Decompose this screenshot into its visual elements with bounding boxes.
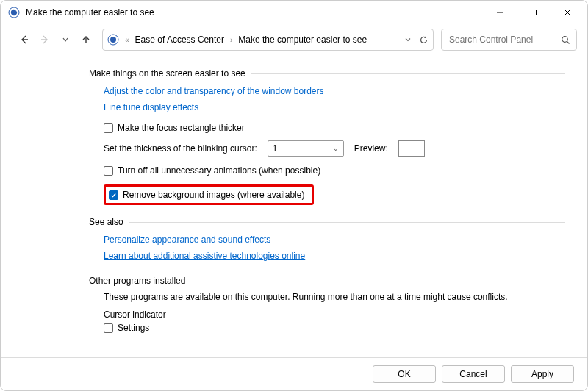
combo-cursor-thickness[interactable]: 1 ⌄ (268, 140, 344, 157)
search-input[interactable] (448, 34, 561, 46)
label-turn-off-animations: Turn off all unnecessary animations (whe… (118, 165, 320, 176)
maximize-button[interactable] (517, 2, 551, 23)
ok-button[interactable]: OK (373, 365, 436, 383)
cancel-button[interactable]: Cancel (442, 365, 505, 383)
section-make-easier: Make things on the screen easier to see (89, 68, 565, 79)
close-button[interactable] (551, 2, 584, 23)
breadcrumb-item-2[interactable]: Make the computer easier to see (238, 35, 367, 45)
forward-button[interactable] (36, 31, 54, 49)
cursor-preview-box (398, 140, 425, 157)
chevron-left-icon: « (125, 36, 129, 44)
svg-point-11 (562, 36, 568, 42)
control-panel-icon (107, 34, 119, 46)
refresh-button[interactable] (419, 35, 429, 45)
up-button[interactable] (77, 31, 95, 49)
checkbox-remove-background[interactable] (109, 190, 118, 200)
window: Make the computer easier to see (0, 0, 588, 391)
recent-locations-button[interactable] (57, 31, 74, 49)
label-settings: Settings (118, 323, 149, 333)
combo-value: 1 (273, 143, 278, 154)
checkbox-turn-off-animations[interactable] (104, 166, 113, 176)
apply-button[interactable]: Apply (511, 365, 574, 383)
window-title: Make the computer easier to see (26, 7, 154, 18)
svg-point-10 (110, 37, 116, 43)
other-programs-desc: These programs are available on this com… (104, 292, 565, 302)
link-assistive-technologies[interactable]: Learn about additional assistive technol… (104, 251, 305, 261)
section-other-programs: Other programs installed (89, 276, 565, 286)
search-icon (561, 35, 570, 45)
navbar: « Ease of Access Center › Make the compu… (1, 24, 587, 55)
label-remove-background: Remove background images (where availabl… (123, 190, 304, 200)
section-see-also: See also (89, 217, 565, 227)
address-dropdown-icon[interactable] (404, 36, 412, 43)
checkbox-focus-rectangle[interactable] (104, 123, 113, 133)
checkbox-settings[interactable] (104, 323, 113, 333)
search-box[interactable] (441, 29, 577, 51)
label-cursor-indicator: Cursor indicator (104, 309, 565, 320)
link-fine-tune-display[interactable]: Fine tune display effects (104, 102, 198, 112)
chevron-down-icon: ⌄ (333, 145, 339, 152)
label-focus-rectangle: Make the focus rectangle thicker (118, 123, 245, 133)
link-personalize-appearance[interactable]: Personalize appearance and sound effects (104, 234, 270, 245)
minimize-button[interactable] (483, 2, 517, 23)
label-preview: Preview: (354, 143, 388, 154)
back-button[interactable] (15, 31, 33, 49)
svg-line-12 (567, 41, 570, 43)
breadcrumb-item-1[interactable]: Ease of Access Center (135, 35, 224, 45)
address-bar[interactable]: « Ease of Access Center › Make the compu… (102, 29, 434, 51)
chevron-right-icon: › (230, 36, 232, 44)
content-area: Make things on the screen easier to see … (1, 55, 587, 357)
footer: OK Cancel Apply (1, 358, 587, 390)
titlebar: Make the computer easier to see (1, 1, 587, 24)
app-icon (8, 7, 20, 18)
link-adjust-border-color[interactable]: Adjust the color and transparency of the… (104, 86, 324, 96)
svg-rect-3 (531, 10, 537, 15)
label-cursor-thickness: Set the thickness of the blinking cursor… (104, 143, 257, 154)
highlight-remove-background: Remove background images (where availabl… (104, 184, 314, 205)
cursor-preview-bar (404, 143, 404, 154)
